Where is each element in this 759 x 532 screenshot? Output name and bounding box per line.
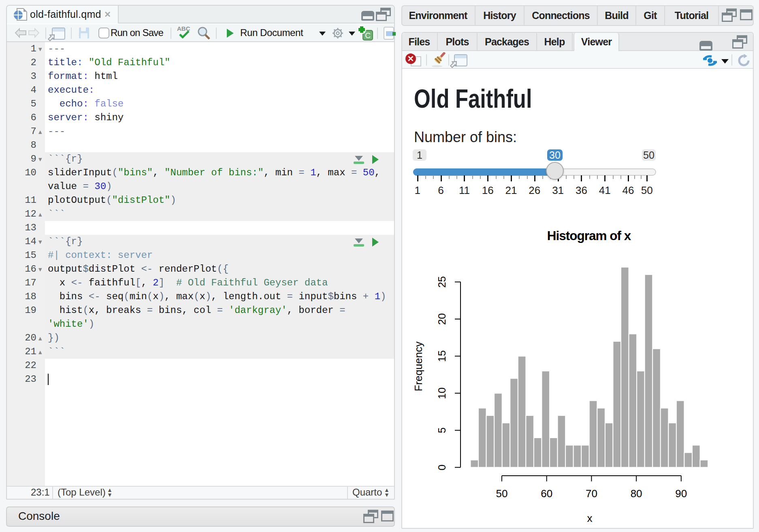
svg-text:5: 5	[436, 428, 448, 433]
svg-text:Histogram of x: Histogram of x	[547, 228, 631, 243]
svg-text:15: 15	[436, 350, 448, 362]
svg-text:20: 20	[436, 313, 448, 325]
svg-text:25: 25	[436, 276, 448, 288]
svg-text:90: 90	[675, 487, 687, 500]
svg-text:80: 80	[631, 487, 642, 500]
svg-text:x: x	[587, 512, 593, 524]
svg-text:60: 60	[541, 487, 552, 500]
svg-text:50: 50	[496, 487, 508, 500]
svg-text:10: 10	[436, 387, 448, 399]
svg-text:0: 0	[436, 464, 448, 470]
svg-text:Frequency: Frequency	[412, 342, 424, 392]
svg-text:70: 70	[586, 487, 597, 500]
